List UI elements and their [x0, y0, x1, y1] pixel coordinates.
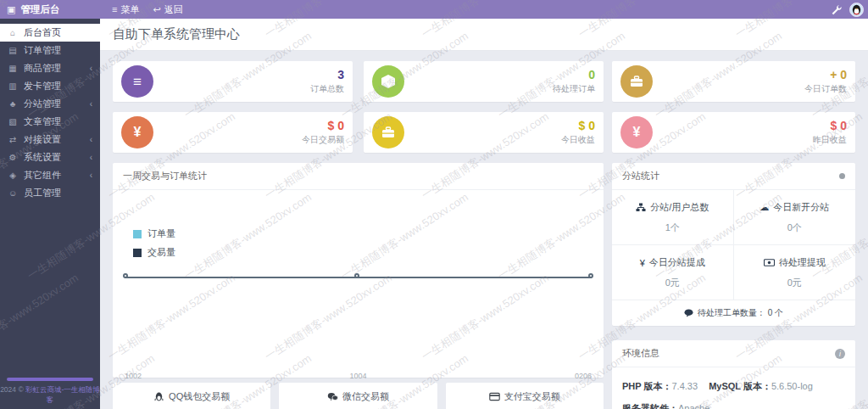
gear-icon: ⚙	[8, 153, 18, 162]
stat-value: + 0	[804, 68, 847, 81]
card-icon: ▥	[8, 81, 18, 91]
php-version-label: PHP 版本：	[622, 381, 671, 391]
env-row-server: 服务器软件：Apache	[622, 402, 845, 409]
chevron-left-icon: ‹	[90, 153, 92, 162]
sidebar-item-staff[interactable]: ☺ 员工管理	[0, 184, 100, 202]
env-row-versions: PHP 版本：7.4.33 MySQL 版本：5.6.50-log	[622, 380, 845, 393]
branch-stats-panel: 分站统计 分站/用户总数 1个 ☁ 今日新开分站	[612, 163, 855, 326]
staff-icon: ☺	[8, 188, 18, 198]
sidebar-item-label: 订单管理	[24, 44, 61, 57]
mysql-version-value: 5.6.50-log	[771, 381, 813, 391]
legend-swatch	[133, 230, 142, 238]
yen-icon: ¥	[640, 258, 645, 268]
pay-card-alipay: 支付宝交易额 0元	[446, 383, 604, 409]
chart-title: 一周交易与订单统计	[123, 170, 207, 182]
sidebar-item-goods[interactable]: ▦ 商品管理 ‹	[0, 59, 100, 77]
sidebar-item-label: 系统设置	[24, 151, 61, 164]
stat-label: 待处理订单	[553, 83, 595, 95]
data-point[interactable]	[588, 273, 593, 278]
briefcase-icon	[372, 116, 404, 148]
topbar: ▣ 管理后台 ≡ 菜单 ↩ 返回	[0, 0, 868, 19]
yen-icon: ¥	[620, 116, 653, 148]
pay-card-wechat: 微信交易额 0元	[279, 383, 437, 409]
branch-cell-value: 1个	[612, 221, 733, 234]
stat-label: 今日订单数	[804, 83, 847, 95]
chart-panel: 一周交易与订单统计 订单量 交易量	[113, 163, 604, 378]
page-title: 自助下单系统管理中心	[113, 26, 240, 42]
alipay-card-icon	[489, 392, 500, 401]
chevron-left-icon: ‹	[90, 99, 92, 109]
sidebar-item-label: 对接设置	[24, 133, 61, 146]
stat-label: 今日收益	[561, 134, 595, 146]
sidebar-item-orders[interactable]: ▤ 订单管理	[0, 42, 100, 59]
sidebar-item-label: 后台首页	[24, 26, 61, 39]
sidebar-item-label: 文章管理	[24, 115, 61, 128]
env-panel-title: 环境信息	[622, 347, 659, 360]
sidebar-item-docking[interactable]: ⇄ 对接设置 ‹	[0, 131, 100, 148]
pay-label: 微信交易额	[342, 390, 389, 403]
sidebar-item-cards[interactable]: ▥ 发卡管理	[0, 77, 100, 95]
cloud-icon: ☁	[760, 202, 769, 213]
info-icon[interactable]: i	[835, 349, 845, 359]
sidebar-item-label: 分站管理	[24, 98, 61, 110]
data-point[interactable]	[354, 273, 359, 278]
data-point[interactable]	[123, 273, 128, 278]
qq-penguin-avatar-icon	[850, 3, 863, 16]
branch-cell-users: 分站/用户总数 1个	[612, 190, 734, 245]
stat-value: 0	[553, 68, 595, 81]
stat-card-yesterday-income: ¥ $ 0 昨日收益	[612, 112, 855, 153]
branch-cell-value: 0元	[734, 277, 856, 289]
env-info-panel: 环境信息 i PHP 版本：7.4.33 MySQL 版本：5.6.50-log…	[612, 340, 855, 409]
legend-item-orders[interactable]: 订单量	[133, 227, 175, 240]
line-chart: 订单量 交易量 1002 1004	[113, 190, 604, 378]
menu-label: 菜单	[120, 3, 139, 16]
sidebar-item-label: 员工管理	[24, 187, 61, 199]
stat-card-today-orders: + 0 今日订单数	[612, 61, 855, 102]
yen-icon: ¥	[121, 116, 153, 148]
menu-toggle[interactable]: ≡ 菜单	[112, 3, 139, 16]
stat-card-today-income: $ 0 今日收益	[364, 112, 604, 153]
sidebar-item-components[interactable]: ◈ 其它组件 ‹	[0, 166, 100, 184]
goods-icon: ▦	[8, 64, 18, 73]
back-label: 返回	[164, 3, 183, 16]
hamburger-icon: ≡	[112, 4, 117, 14]
pay-label: QQ钱包交易额	[169, 390, 230, 403]
banknote-icon	[764, 259, 775, 266]
stat-value: $ 0	[561, 119, 595, 132]
sidebar-item-articles[interactable]: ▧ 文章管理	[0, 113, 100, 131]
chart-series-line	[125, 277, 592, 278]
pay-label: 支付宝交易额	[504, 390, 560, 403]
sidebar-item-settings[interactable]: ⚙ 系统设置 ‹	[0, 148, 100, 166]
wrench-icon[interactable]	[831, 4, 842, 15]
copyright-link[interactable]: 彩虹云商城-一生相随博客	[25, 385, 100, 404]
x-tick: 1002	[125, 372, 142, 380]
pay-card-qq: QQ钱包交易额 0元	[113, 383, 270, 409]
branch-cell-commission: ¥ 今日分站提成 0元	[612, 245, 734, 300]
sidebar-item-dashboard[interactable]: ⌂ 后台首页	[0, 24, 100, 42]
server-software-value: Apache	[678, 403, 709, 409]
page-header: 自助下单系统管理中心	[100, 19, 868, 51]
legend-label: 订单量	[147, 227, 175, 240]
chevron-left-icon: ‹	[90, 171, 92, 180]
stat-value: 3	[310, 68, 344, 81]
copyright-text: 2024 ©	[0, 385, 25, 394]
stat-label: 订单总数	[310, 83, 344, 95]
avatar[interactable]	[849, 3, 864, 17]
branch-cell-label: 分站/用户总数	[650, 201, 709, 214]
tickets-pending-text: 待处理工单数量： 0 个	[698, 307, 783, 319]
x-tick: 0206	[575, 372, 592, 380]
chevron-left-icon: ‹	[90, 135, 92, 144]
stat-value: $ 0	[302, 119, 344, 132]
sidebar: ⌂ 后台首页 ▤ 订单管理 ▦ 商品管理 ‹ ▥ 发卡管理 ♣ 分站管理 ‹ ▧…	[0, 19, 100, 409]
branch-cell-label: 今日新开分站	[773, 201, 829, 214]
main-area: 自助下单系统管理中心 ≡ 3 订单总数	[100, 19, 868, 409]
legend-item-volume[interactable]: 交易量	[133, 246, 175, 259]
branch-cell-new-sites: ☁ 今日新开分站 0个	[734, 190, 856, 245]
wechat-icon	[327, 392, 338, 401]
php-version-value: 7.4.33	[671, 381, 698, 391]
legend-swatch	[133, 249, 142, 257]
server-software-label: 服务器软件：	[622, 403, 678, 409]
back-link[interactable]: ↩ 返回	[153, 3, 182, 16]
sidebar-item-branch[interactable]: ♣ 分站管理 ‹	[0, 95, 100, 113]
sitemap-icon	[636, 203, 646, 212]
